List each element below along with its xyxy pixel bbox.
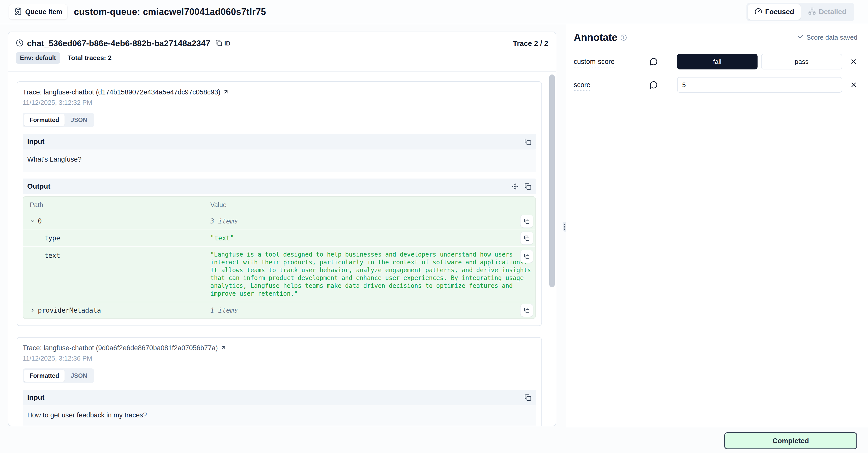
copy-output-button-1[interactable] — [525, 183, 531, 190]
gauge-icon — [754, 7, 762, 17]
comment-icon[interactable] — [649, 81, 677, 89]
queue-item-card-header: chat_536ed067-b86e-4eb6-882b-ba27148a234… — [8, 32, 556, 72]
save-status-label: Score data saved — [806, 34, 858, 41]
input-label-2: Input — [27, 393, 44, 401]
trace-link-2[interactable]: Trace: langfuse-chatbot (9d0a6f2e6de8670… — [23, 344, 218, 352]
score-option-group: fail pass — [677, 54, 842, 69]
delete-score-button[interactable] — [850, 58, 858, 65]
trace-link-1[interactable]: Trace: langfuse-chatbot (d174b1589072e43… — [23, 88, 220, 96]
copy-row-button[interactable] — [520, 231, 533, 245]
value-column-header: Value — [210, 201, 227, 209]
page-title: custom-queue: cmiacwel70041ad060s7tlr75 — [74, 6, 266, 17]
path-column-header: Path — [23, 201, 210, 209]
external-link-icon — [220, 345, 226, 352]
copy-icon — [216, 40, 222, 47]
detailed-view-label: Detailed — [819, 8, 846, 16]
item-name: chat_536ed067-b86e-4eb6-882b-ba27148a234… — [27, 39, 210, 48]
format-tabs-2: Formatted JSON — [23, 368, 94, 383]
vertical-scrollbar[interactable] — [549, 75, 555, 287]
network-icon — [808, 7, 816, 17]
check-icon — [797, 33, 804, 42]
clipboard-pen-icon — [14, 7, 22, 17]
delete-score-button[interactable] — [850, 81, 858, 89]
row-value: "Langfuse is a tool designed to help bus… — [210, 247, 535, 302]
comment-icon[interactable] — [649, 57, 677, 66]
traces-scroll-area[interactable]: Trace: langfuse-chatbot (d174b1589072e43… — [8, 73, 556, 426]
trace-timestamp-1: 11/12/2025, 3:12:32 PM — [23, 99, 536, 107]
info-icon[interactable] — [620, 34, 627, 41]
row-path: 0 — [38, 218, 42, 225]
row-value: 1 items — [210, 307, 535, 314]
expand-output-button-1[interactable] — [512, 183, 519, 190]
focused-view-button[interactable]: Focused — [748, 4, 801, 20]
trace-counter: Trace 2 / 2 — [513, 39, 548, 48]
tab-formatted-1[interactable]: Formatted — [24, 114, 65, 126]
table-row[interactable]: providerMetadata 1 items — [23, 302, 535, 318]
annotate-title: Annotate — [574, 32, 617, 43]
tab-json-2[interactable]: JSON — [65, 370, 93, 382]
copy-id-button[interactable]: ID — [216, 40, 230, 47]
completed-button[interactable]: Completed — [724, 432, 857, 449]
view-mode-toggle: Focused Detailed — [746, 3, 855, 21]
queue-item-badge-label: Queue item — [25, 8, 62, 16]
clock-icon — [16, 39, 24, 48]
row-path: providerMetadata — [38, 307, 101, 314]
row-value: "text" — [210, 234, 535, 242]
tab-json-1[interactable]: JSON — [65, 114, 93, 126]
annotate-panel: Annotate Score data saved custom-score f… — [566, 24, 868, 427]
row-path: type — [44, 234, 60, 242]
score-option-fail[interactable]: fail — [677, 54, 757, 69]
copy-input-button-1[interactable] — [525, 138, 531, 145]
save-status: Score data saved — [797, 33, 858, 42]
table-row[interactable]: type "text" — [23, 229, 535, 246]
score-name-label: score — [574, 81, 649, 89]
output-section-header-1: Output — [23, 178, 536, 194]
total-traces: Total traces: 2 — [68, 54, 112, 62]
output-json-table-1: Path Value 0 3 items — [23, 196, 536, 319]
score-row-score: score — [574, 77, 858, 93]
input-value-1: What's Langfuse? — [23, 149, 536, 172]
tab-formatted-2[interactable]: Formatted — [24, 370, 65, 382]
score-value-input[interactable] — [677, 77, 842, 93]
score-name-label: custom-score — [574, 58, 649, 66]
copy-input-button-2[interactable] — [525, 394, 531, 401]
chevron-right-icon[interactable] — [30, 308, 35, 313]
id-label: ID — [224, 40, 230, 47]
env-badge: Env: default — [16, 52, 60, 64]
detailed-view-button[interactable]: Detailed — [802, 4, 853, 20]
row-path: text — [44, 252, 60, 259]
format-tabs-1: Formatted JSON — [23, 113, 94, 127]
copy-row-button[interactable] — [520, 304, 533, 317]
chevron-down-icon[interactable] — [30, 219, 35, 224]
trace-timestamp-2: 11/12/2025, 3:12:36 PM — [23, 355, 536, 362]
output-label-1: Output — [27, 182, 51, 190]
focused-view-label: Focused — [765, 8, 794, 16]
table-row[interactable]: text "Langfuse is a tool designed to hel… — [23, 246, 535, 302]
score-option-pass[interactable]: pass — [761, 54, 842, 69]
top-bar: Queue item custom-queue: cmiacwel70041ad… — [0, 0, 868, 24]
input-value-2: How to get user feedback in my traces? — [23, 405, 536, 426]
table-row[interactable]: 0 3 items — [23, 213, 535, 229]
input-section-header-2: Input — [23, 390, 536, 405]
trace-card-1: Trace: langfuse-chatbot (d174b1589072e43… — [17, 81, 542, 326]
queue-item-badge: Queue item — [9, 4, 67, 20]
input-label-1: Input — [27, 138, 44, 146]
queue-item-card: chat_536ed067-b86e-4eb6-882b-ba27148a234… — [8, 32, 556, 426]
trace-card-2: Trace: langfuse-chatbot (9d0a6f2e6de8670… — [17, 337, 542, 426]
row-value: 3 items — [210, 218, 535, 225]
copy-row-button[interactable] — [520, 250, 533, 263]
score-row-custom-score: custom-score fail pass — [574, 54, 858, 69]
queue-item-page: Queue item custom-queue: cmiacwel70041ad… — [0, 0, 868, 453]
external-link-icon — [223, 89, 229, 96]
input-section-header-1: Input — [23, 134, 536, 149]
copy-row-button[interactable] — [520, 215, 533, 228]
